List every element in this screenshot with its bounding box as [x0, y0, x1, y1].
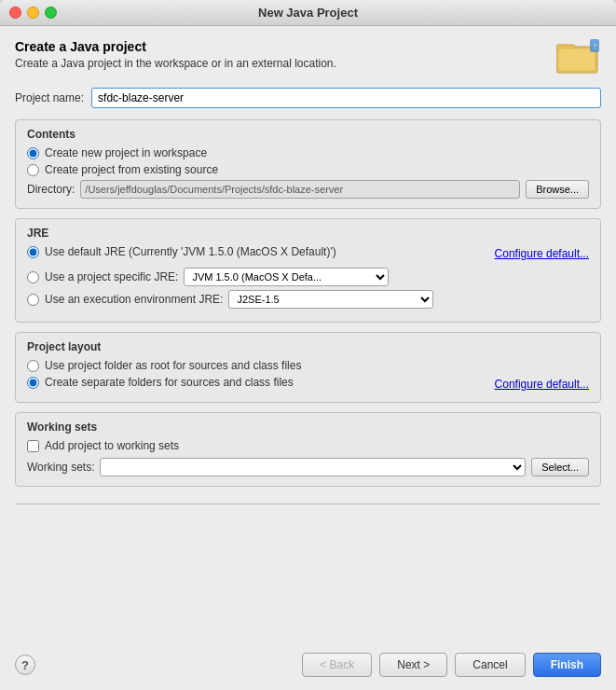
layout-radio2-row: Create separate folders for sources and … [27, 376, 589, 393]
project-layout-title: Project layout [27, 340, 589, 353]
project-layout-section: Project layout Use project folder as roo… [15, 332, 601, 403]
jre-radio2-row: Use a project specific JRE: JVM 1.5.0 (M… [27, 268, 589, 286]
folder-icon: ↑ [556, 39, 601, 76]
working-sets-label: Working sets: [27, 461, 94, 474]
contents-section: Contents Create new project in workspace… [15, 119, 601, 209]
jre-radio3[interactable] [27, 294, 39, 306]
layout-radio2-inner: Create separate folders for sources and … [27, 376, 495, 389]
working-sets-select-button[interactable]: Select... [531, 458, 589, 476]
layout-configure-link[interactable]: Configure default... [495, 378, 589, 391]
contents-title: Contents [27, 128, 589, 141]
nav-buttons: < Back Next > Cancel Finish [302, 653, 601, 677]
cancel-button[interactable]: Cancel [455, 653, 525, 677]
title-bar: New Java Project [0, 0, 616, 26]
header-row: Create a Java project Create a Java proj… [15, 39, 601, 76]
contents-radio1-label: Create new project in workspace [45, 146, 207, 159]
working-sets-checkbox-label: Add project to working sets [45, 439, 179, 452]
working-sets-checkbox[interactable] [27, 440, 39, 452]
page-description: Create a Java project in the workspace o… [15, 57, 336, 70]
next-button[interactable]: Next > [379, 653, 447, 677]
separator [15, 504, 601, 504]
maximize-button[interactable] [45, 7, 57, 19]
window-controls[interactable] [9, 7, 57, 19]
jre-configure-link[interactable]: Configure default... [495, 247, 589, 260]
layout-radio1-label: Use project folder as root for sources a… [45, 359, 301, 372]
jre-specific-dropdown[interactable]: JVM 1.5.0 (MacOS X Defa... [184, 268, 389, 286]
dialog-title: New Java Project [258, 6, 358, 20]
jre-radio1[interactable] [27, 246, 39, 258]
directory-row: Directory: Browse... [27, 180, 589, 199]
contents-radio2-row: Create project from existing source [27, 163, 589, 176]
working-sets-checkbox-row: Add project to working sets [27, 439, 589, 452]
close-button[interactable] [9, 7, 21, 19]
bottom-buttons: ? < Back Next > Cancel Finish [15, 645, 601, 681]
directory-input[interactable] [80, 180, 520, 199]
contents-radio2[interactable] [27, 164, 39, 176]
directory-label: Directory: [27, 183, 75, 196]
layout-radio2-label: Create separate folders for sources and … [45, 376, 294, 389]
project-name-input[interactable] [91, 88, 601, 108]
contents-radio1-row: Create new project in workspace [27, 146, 589, 159]
contents-radio2-label: Create project from existing source [45, 163, 218, 176]
browse-button[interactable]: Browse... [526, 180, 589, 199]
layout-radio1[interactable] [27, 360, 39, 372]
page-heading: Create a Java project [15, 39, 336, 54]
jre-title: JRE [27, 227, 589, 240]
svg-text:↑: ↑ [593, 41, 597, 51]
finish-button[interactable]: Finish [533, 653, 601, 677]
jre-radio1-label: Use default JRE (Currently 'JVM 1.5.0 (M… [45, 245, 336, 258]
jre-section: JRE Use default JRE (Currently 'JVM 1.5.… [15, 218, 601, 323]
contents-radio1[interactable] [27, 147, 39, 159]
working-sets-title: Working sets [27, 421, 589, 434]
project-name-row: Project name: [15, 88, 601, 108]
project-name-label: Project name: [15, 91, 84, 104]
jre-radio2[interactable] [27, 271, 39, 283]
layout-radio2[interactable] [27, 377, 39, 389]
jre-radio2-label: Use a project specific JRE: [45, 270, 178, 283]
working-sets-section: Working sets Add project to working sets… [15, 412, 601, 487]
minimize-button[interactable] [27, 7, 39, 19]
working-sets-select-row: Working sets: Select... [27, 458, 589, 476]
working-sets-dropdown[interactable] [100, 458, 526, 476]
jre-env-dropdown[interactable]: J2SE-1.5 [228, 290, 433, 309]
jre-radio1-inner: Use default JRE (Currently 'JVM 1.5.0 (M… [27, 245, 495, 258]
jre-radio1-row: Use default JRE (Currently 'JVM 1.5.0 (M… [27, 245, 589, 262]
dialog-body: Create a Java project Create a Java proj… [0, 26, 616, 690]
help-button[interactable]: ? [15, 655, 35, 675]
back-button[interactable]: < Back [302, 653, 372, 677]
jre-radio3-label: Use an execution environment JRE: [45, 293, 223, 306]
svg-rect-2 [558, 48, 595, 71]
header-text: Create a Java project Create a Java proj… [15, 39, 336, 70]
jre-radio3-row: Use an execution environment JRE: J2SE-1… [27, 290, 589, 309]
layout-radio1-row: Use project folder as root for sources a… [27, 359, 589, 372]
